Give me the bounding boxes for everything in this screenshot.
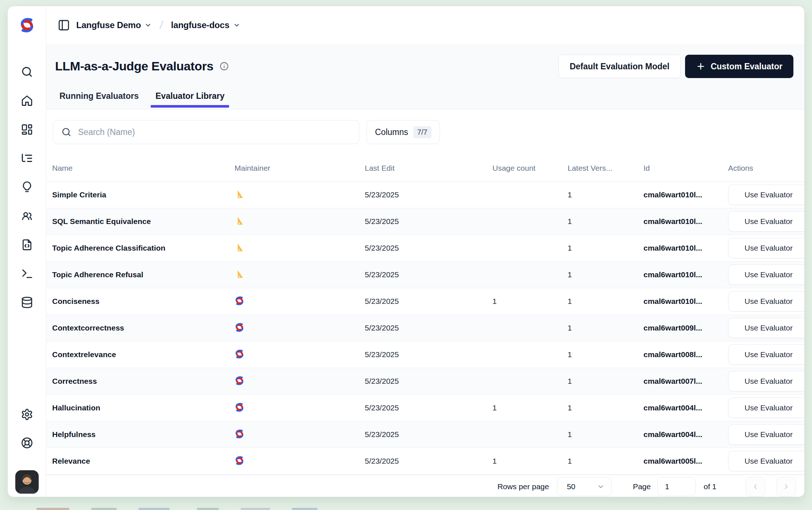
column-header-maintainer[interactable]: Maintainer xyxy=(235,164,365,173)
sidebar-item-support[interactable] xyxy=(20,437,34,449)
evaluator-name: Simple Criteria xyxy=(52,190,235,199)
sidebar-item-playground[interactable] xyxy=(20,267,34,280)
app-window: Langfuse Demo / langfuse-docs xyxy=(8,6,804,497)
sidebar-item-datasets[interactable] xyxy=(20,239,34,251)
table-row[interactable]: Topic Adherence Refusal 5/23/2025 1 cmal… xyxy=(46,262,804,288)
table-row[interactable]: Conciseness 5/23/2025 1 1 cmal6wart010l.… xyxy=(46,288,804,315)
sidebar-item-tracing[interactable] xyxy=(20,152,34,165)
table-row[interactable]: Simple Criteria 5/23/2025 1 cmal6wart010… xyxy=(46,182,804,208)
evaluator-name: Conciseness xyxy=(52,297,235,306)
ragas-maintainer-icon xyxy=(235,189,244,199)
evaluator-id: cmal6wart009l... xyxy=(643,324,728,332)
page-of-label: of 1 xyxy=(704,482,716,491)
tab-evaluator-library[interactable]: Evaluator Library xyxy=(155,92,224,109)
column-header-latest-version[interactable]: Latest Vers... xyxy=(568,164,643,173)
evaluator-id: cmal6wart008l... xyxy=(643,350,728,359)
langfuse-maintainer-icon xyxy=(235,402,244,412)
last-edit-date: 5/23/2025 xyxy=(365,244,492,252)
latest-version-value: 1 xyxy=(568,350,643,359)
table-header-row: Name Maintainer Last Edit Usage count La… xyxy=(46,155,804,182)
langfuse-maintainer-icon xyxy=(235,456,244,465)
evaluator-name: Topic Adherence Classification xyxy=(52,244,235,252)
sidebar-item-users[interactable] xyxy=(20,210,34,222)
column-header-usage-count[interactable]: Usage count xyxy=(492,164,568,173)
default-evaluation-model-button[interactable]: Default Evaluation Model xyxy=(558,55,681,78)
home-icon xyxy=(21,94,33,107)
use-evaluator-button[interactable]: Use Evaluator xyxy=(728,185,804,205)
table-row[interactable]: Topic Adherence Classification 5/23/2025… xyxy=(46,235,804,262)
latest-version-value: 1 xyxy=(568,244,643,252)
maintainer-cell xyxy=(235,189,365,200)
table-row[interactable]: Relevance 5/23/2025 1 1 cmal6wart005l...… xyxy=(46,448,804,475)
sidebar-item-dashboards[interactable] xyxy=(20,123,34,136)
last-edit-date: 5/23/2025 xyxy=(365,217,492,226)
search-input[interactable] xyxy=(78,127,351,137)
use-evaluator-button[interactable]: Use Evaluator xyxy=(728,344,804,365)
users-icon xyxy=(21,210,33,222)
use-evaluator-button[interactable]: Use Evaluator xyxy=(728,398,804,418)
evaluator-name: Helpfulness xyxy=(52,430,235,439)
chevron-down-icon xyxy=(233,22,240,29)
table-row[interactable]: Correctness 5/23/2025 1 cmal6wart007l...… xyxy=(46,368,804,395)
main-content: LLM-as-a-Judge Evaluators Default Evalua… xyxy=(46,44,804,497)
database-icon xyxy=(21,296,33,309)
page-header: LLM-as-a-Judge Evaluators Default Evalua… xyxy=(46,44,804,109)
use-evaluator-button[interactable]: Use Evaluator xyxy=(728,451,804,471)
last-edit-date: 5/23/2025 xyxy=(365,190,492,199)
table-row[interactable]: Contextcorrectness 5/23/2025 1 cmal6wart… xyxy=(46,315,804,341)
maintainer-cell xyxy=(235,243,365,254)
table-row[interactable]: Helpfulness 5/23/2025 1 cmal6wart004l...… xyxy=(46,421,804,448)
rows-per-page-select[interactable]: 50 xyxy=(557,477,612,496)
columns-button[interactable]: Columns 7/7 xyxy=(367,120,440,144)
table-row[interactable]: Hallucination 5/23/2025 1 1 cmal6wart004… xyxy=(46,395,804,421)
org-name: Langfuse Demo xyxy=(76,20,141,30)
sidebar-item-evals[interactable] xyxy=(20,181,34,193)
use-evaluator-button[interactable]: Use Evaluator xyxy=(728,238,804,258)
info-icon[interactable] xyxy=(219,61,229,71)
table-row[interactable]: SQL Semantic Equivalence 5/23/2025 1 cma… xyxy=(46,208,804,235)
evaluator-name: Hallucination xyxy=(52,403,235,412)
maintainer-cell xyxy=(235,349,365,360)
evaluator-id: cmal6wart010l... xyxy=(643,244,728,252)
latest-version-value: 1 xyxy=(568,190,643,199)
use-evaluator-button[interactable]: Use Evaluator xyxy=(728,264,804,285)
page-number-input[interactable] xyxy=(657,477,696,496)
sidebar-item-database[interactable] xyxy=(20,296,34,309)
org-switcher[interactable]: Langfuse Demo xyxy=(76,20,152,30)
project-name: langfuse-docs xyxy=(171,20,229,30)
column-header-last-edit[interactable]: Last Edit xyxy=(365,164,492,173)
column-header-id[interactable]: Id xyxy=(643,164,728,173)
use-evaluator-button[interactable]: Use Evaluator xyxy=(728,371,804,391)
search-box xyxy=(53,120,359,144)
use-evaluator-button[interactable]: Use Evaluator xyxy=(728,211,804,232)
column-header-name[interactable]: Name xyxy=(52,164,235,173)
custom-evaluator-button[interactable]: Custom Evaluator xyxy=(685,55,793,78)
chevron-left-icon xyxy=(751,483,759,491)
usage-count-value: 1 xyxy=(492,297,568,306)
previous-page-button[interactable] xyxy=(746,477,765,497)
sidebar-item-search[interactable] xyxy=(20,66,34,78)
breadcrumb-separator: / xyxy=(157,19,166,31)
use-evaluator-button[interactable]: Use Evaluator xyxy=(728,424,804,445)
sidebar-item-settings[interactable] xyxy=(20,408,34,421)
langfuse-logo-icon[interactable] xyxy=(19,17,35,33)
next-page-button[interactable] xyxy=(776,477,796,497)
sidebar-item-home[interactable] xyxy=(20,94,34,107)
use-evaluator-button[interactable]: Use Evaluator xyxy=(728,318,804,338)
table-body: Simple Criteria 5/23/2025 1 cmal6wart010… xyxy=(46,182,804,475)
maintainer-cell xyxy=(235,456,365,467)
project-switcher[interactable]: langfuse-docs xyxy=(171,20,240,30)
user-avatar[interactable] xyxy=(15,470,39,494)
sidebar-toggle-icon[interactable] xyxy=(57,19,70,32)
file-code-icon xyxy=(21,239,33,251)
usage-count-value: 1 xyxy=(492,457,568,465)
tab-running-evaluators[interactable]: Running Evaluators xyxy=(59,92,139,109)
table-section: Columns 7/7 Name Maintainer Last Edit Us… xyxy=(46,109,804,475)
table-row[interactable]: Contextrelevance 5/23/2025 1 cmal6wart00… xyxy=(46,341,804,368)
langfuse-maintainer-icon xyxy=(235,376,244,386)
latest-version-value: 1 xyxy=(568,324,643,332)
list-tree-icon xyxy=(21,152,33,165)
evaluator-name: Contextcorrectness xyxy=(52,324,235,332)
use-evaluator-button[interactable]: Use Evaluator xyxy=(728,291,804,312)
ragas-maintainer-icon xyxy=(235,269,244,279)
